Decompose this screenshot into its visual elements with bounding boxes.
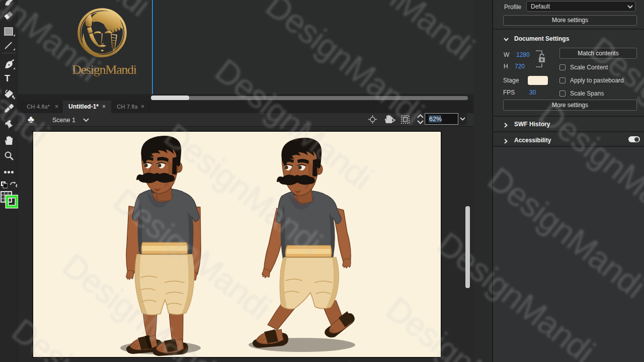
svg-text:DesignMandi: DesignMandi xyxy=(72,62,137,77)
